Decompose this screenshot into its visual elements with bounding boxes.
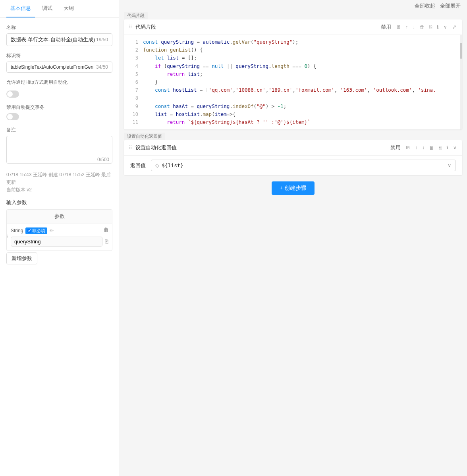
return-save-icon[interactable]: 🖹 bbox=[405, 144, 411, 151]
scrollbar-track bbox=[460, 35, 462, 129]
return-value-text: ${list} bbox=[162, 162, 183, 168]
tabs: 基本信息 调试 大纲 bbox=[0, 0, 119, 18]
name-section: 名称 数据表-单行文本-自动补全(自动生成) 19/50 bbox=[6, 24, 112, 46]
code-line-2: 2 function genList() { bbox=[124, 46, 462, 54]
return-delete-icon[interactable]: 🗑 bbox=[428, 144, 435, 151]
return-row: 返回值 ◇ ${list} ∨ bbox=[124, 156, 462, 175]
scrollbar-thumb[interactable] bbox=[460, 43, 462, 59]
code-block-title: 代码片段 bbox=[135, 23, 377, 31]
collapse-all-button[interactable]: 全部收起 bbox=[415, 2, 435, 10]
move-up-icon[interactable]: ↑ bbox=[405, 23, 409, 31]
return-value-actions: 禁用 🖹 ↑ ↓ 🗑 ⎘ ℹ ∨ bbox=[390, 143, 457, 152]
http-toggle-row: 允许通过Http方式调用自动化 bbox=[6, 79, 112, 88]
code-line-5: 5 return list; bbox=[124, 70, 462, 78]
code-block-card: ⠿ 代码片段 禁用 🖹 ↑ ↓ 🗑 ⎘ ℹ ∨ ⤢ 1 con bbox=[124, 19, 462, 129]
code-block-tag-wrapper: 代码片段 bbox=[124, 12, 462, 19]
badge-label: 非必填 bbox=[32, 228, 45, 234]
return-value-title: 设置自动化返回值 bbox=[135, 144, 386, 151]
return-drag-icon[interactable]: ⠿ bbox=[129, 145, 132, 150]
return-value-header: ⠿ 设置自动化返回值 禁用 🖹 ↑ ↓ 🗑 ⎘ ℹ ∨ bbox=[124, 140, 462, 156]
code-line-3: 3 let list = []; bbox=[124, 54, 462, 62]
params-table: 参数 ⠿ String 非必填 ✏ ⎘ 🗑 bbox=[6, 209, 112, 251]
expand-all-button[interactable]: 全部展开 bbox=[440, 2, 461, 10]
tab-outline[interactable]: 大纲 bbox=[60, 0, 78, 17]
input-params-label: 输入参数 bbox=[6, 199, 112, 206]
param-name-row: ⎘ bbox=[11, 237, 108, 247]
return-move-up-icon[interactable]: ↑ bbox=[414, 144, 418, 151]
return-chevron-icon[interactable]: ∨ bbox=[448, 162, 452, 168]
code-line-1: 1 const queryString = automatic.getVar("… bbox=[124, 38, 462, 46]
name-count: 19/50 bbox=[96, 37, 108, 42]
note-textarea[interactable] bbox=[6, 136, 112, 164]
params-column-header: 参数 bbox=[7, 210, 112, 224]
return-disable-button[interactable]: 禁用 bbox=[390, 143, 401, 152]
id-value: tableSingleTextAutoCompleteFromGen bbox=[11, 64, 93, 70]
right-top-bar: 全部收起 全部展开 bbox=[119, 0, 467, 12]
http-toggle[interactable] bbox=[6, 91, 19, 98]
param-item: ⠿ String 非必填 ✏ ⎘ 🗑 bbox=[7, 224, 112, 251]
code-block-actions: 禁用 🖹 ↑ ↓ 🗑 ⎘ ℹ ∨ ⤢ bbox=[380, 23, 457, 31]
params-section: 输入参数 参数 ⠿ String 非必填 ✏ ⎘ bbox=[6, 199, 112, 264]
param-name-input[interactable] bbox=[11, 237, 102, 247]
copy-icon[interactable]: ⎘ bbox=[105, 238, 108, 245]
return-info-icon[interactable]: ℹ bbox=[446, 144, 449, 151]
note-count: 0/500 bbox=[97, 157, 109, 162]
save-icon[interactable]: 🖹 bbox=[395, 23, 401, 31]
code-line-6: 6 } bbox=[124, 78, 462, 86]
http-label: 允许通过Http方式调用自动化 bbox=[6, 79, 68, 86]
delete-icon[interactable]: 🗑 bbox=[103, 227, 109, 233]
create-step-button[interactable]: + 创建步骤 bbox=[272, 181, 315, 195]
code-line-9: 9 const hasAt = queryString.indexOf("@")… bbox=[124, 102, 462, 110]
id-count: 34/50 bbox=[96, 64, 108, 70]
id-label: 标识符 bbox=[6, 52, 112, 59]
create-info: 07/18 15:43 王延峰 创建 07/18 15:52 王延峰 最后更新 bbox=[6, 171, 112, 186]
required-checkbox[interactable] bbox=[27, 229, 31, 233]
version-info: 当前版本 v2 bbox=[6, 186, 112, 194]
fullscreen-icon[interactable]: ⤢ bbox=[451, 23, 457, 31]
disable-button[interactable]: 禁用 bbox=[380, 23, 392, 31]
disable-toggle[interactable] bbox=[6, 113, 19, 120]
move-down-icon[interactable]: ↓ bbox=[412, 23, 416, 31]
return-label: 返回值 bbox=[130, 162, 146, 169]
name-input[interactable]: 数据表-单行文本-自动补全(自动生成) 19/50 bbox=[6, 33, 112, 46]
right-content: 代码片段 ⠿ 代码片段 禁用 🖹 ↑ ↓ 🗑 ⎘ ℹ ∨ ⤢ bbox=[119, 12, 467, 476]
duplicate-icon[interactable]: ⎘ bbox=[428, 23, 433, 31]
note-label: 备注 bbox=[6, 127, 112, 133]
return-value-inner: ◇ ${list} bbox=[155, 162, 183, 168]
add-param-button[interactable]: 新增参数 bbox=[6, 252, 37, 264]
return-duplicate-icon[interactable]: ⎘ bbox=[438, 144, 442, 151]
left-panel-content: 名称 数据表-单行文本-自动补全(自动生成) 19/50 标识符 tableSi… bbox=[0, 18, 119, 476]
tab-basic-info[interactable]: 基本信息 bbox=[6, 0, 35, 17]
code-block-drag-icon[interactable]: ⠿ bbox=[129, 24, 132, 30]
param-type: String bbox=[11, 228, 23, 233]
note-section: 备注 0/500 bbox=[6, 127, 112, 165]
edit-icon[interactable]: ✏ bbox=[50, 228, 54, 233]
code-line-4: 4 if (queryString == null || queryString… bbox=[124, 62, 462, 70]
code-line-11: 11 return `${queryString}${hasAt ? '' :'… bbox=[124, 118, 462, 126]
code-line-8: 8 bbox=[124, 94, 462, 102]
return-value-tag: 设置自动化返回值 bbox=[124, 133, 165, 140]
code-line-7: 7 const hostList = ['qq.com','10086.cn',… bbox=[124, 86, 462, 94]
left-panel: 基本信息 调试 大纲 名称 数据表-单行文本-自动补全(自动生成) 19/50 … bbox=[0, 0, 119, 476]
http-section: 允许通过Http方式调用自动化 bbox=[6, 79, 112, 98]
tab-debug[interactable]: 调试 bbox=[38, 0, 56, 17]
return-value-card: ⠿ 设置自动化返回值 禁用 🖹 ↑ ↓ 🗑 ⎘ ℹ ∨ 返回值 bbox=[124, 140, 462, 175]
delete-block-icon[interactable]: 🗑 bbox=[419, 23, 425, 31]
more-icon[interactable]: ∨ bbox=[443, 23, 448, 31]
name-label: 名称 bbox=[6, 24, 112, 31]
param-type-row: String 非必填 ✏ bbox=[11, 227, 108, 234]
code-block-header: ⠿ 代码片段 禁用 🖹 ↑ ↓ 🗑 ⎘ ℹ ∨ ⤢ bbox=[124, 19, 462, 35]
meta-info: 07/18 15:43 王延峰 创建 07/18 15:52 王延峰 最后更新 … bbox=[6, 171, 112, 194]
param-badge: 非必填 bbox=[25, 227, 47, 234]
id-input[interactable]: tableSingleTextAutoCompleteFromGen 34/50 bbox=[6, 62, 112, 73]
note-wrapper: 0/500 bbox=[6, 136, 112, 165]
drag-handle-icon[interactable]: ⠿ bbox=[6, 234, 9, 240]
return-value-box[interactable]: ◇ ${list} ∨ bbox=[151, 160, 456, 171]
return-move-down-icon[interactable]: ↓ bbox=[421, 144, 425, 151]
info-icon[interactable]: ℹ bbox=[436, 23, 440, 31]
return-collapse-icon[interactable]: ∨ bbox=[452, 144, 457, 151]
code-line-10: 10 list = hostList.map(item=>{ bbox=[124, 110, 462, 118]
code-editor[interactable]: 1 const queryString = automatic.getVar("… bbox=[124, 35, 462, 129]
diamond-icon: ◇ bbox=[155, 162, 159, 168]
right-panel: 全部收起 全部展开 代码片段 ⠿ 代码片段 禁用 🖹 ↑ ↓ 🗑 ⎘ ℹ ∨ bbox=[119, 0, 467, 476]
